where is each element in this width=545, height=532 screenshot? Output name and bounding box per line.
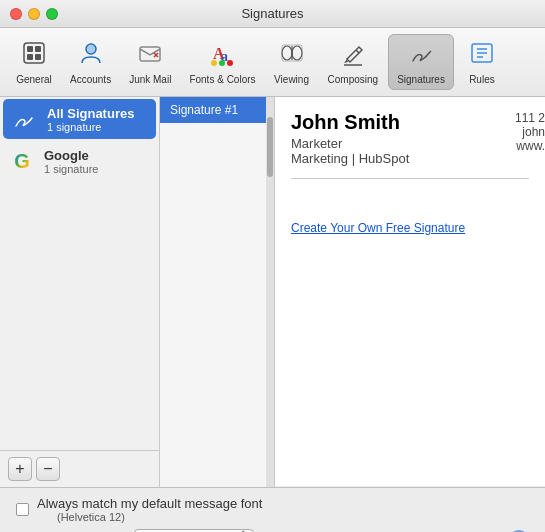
toolbar-general[interactable]: General — [8, 34, 60, 90]
accounts-bottom-bar: + − — [0, 450, 159, 487]
signatures-list: Signature #1 — [160, 97, 274, 487]
svg-point-11 — [219, 60, 225, 66]
close-button[interactable] — [10, 8, 22, 20]
google-account-info: Google 1 signature — [44, 148, 98, 175]
composing-icon — [339, 39, 367, 71]
account-google[interactable]: G Google 1 signature — [0, 141, 159, 181]
accounts-panel: All Signatures 1 signature G Google 1 si… — [0, 97, 160, 487]
toolbar-signatures[interactable]: Signatures — [388, 34, 454, 90]
signature-name: John Smith — [291, 111, 409, 134]
signature-content: John Smith Marketer Marketing | HubSpot — [291, 111, 409, 166]
google-g-letter: G — [14, 150, 30, 173]
signature-contact: 111 2 john www. — [515, 111, 545, 153]
all-signatures-icon — [11, 105, 39, 133]
all-signatures-info: All Signatures 1 signature — [47, 106, 134, 133]
fonts-colors-label: Fonts & Colors — [189, 74, 255, 85]
all-signatures-count: 1 signature — [47, 121, 134, 133]
general-label: General — [16, 74, 52, 85]
composing-label: Composing — [328, 74, 379, 85]
signature-company: Marketing | HubSpot — [291, 151, 409, 166]
remove-signature-button[interactable]: − — [36, 457, 60, 481]
window-title: Signatures — [241, 6, 303, 21]
google-icon: G — [8, 147, 36, 175]
match-font-checkbox[interactable] — [16, 503, 29, 516]
signature-divider — [291, 178, 529, 179]
maximize-button[interactable] — [46, 8, 58, 20]
account-all-signatures[interactable]: All Signatures 1 signature — [3, 99, 156, 139]
signature-title: Marketer — [291, 136, 409, 151]
match-font-sub: (Helvetica 12) — [57, 511, 262, 523]
rules-label: Rules — [469, 74, 495, 85]
google-account-count: 1 signature — [44, 163, 98, 175]
toolbar-accounts[interactable]: Accounts — [62, 34, 119, 90]
svg-point-6 — [87, 45, 95, 53]
svg-rect-4 — [35, 54, 41, 60]
add-signature-button[interactable]: + — [8, 457, 32, 481]
contact-line3: www. — [515, 139, 545, 153]
toolbar-composing[interactable]: Composing — [320, 34, 387, 90]
viewing-label: Viewing — [274, 74, 309, 85]
all-signatures-name: All Signatures — [47, 106, 134, 121]
junk-mail-icon — [136, 39, 164, 71]
svg-point-12 — [227, 60, 233, 66]
signatures-label: Signatures — [397, 74, 445, 85]
signature-item-1[interactable]: Signature #1 — [160, 97, 274, 123]
general-icon — [20, 39, 48, 71]
contact-line2: john — [515, 125, 545, 139]
signature-item-1-label: Signature #1 — [170, 103, 238, 117]
svg-rect-3 — [27, 54, 33, 60]
junk-mail-label: Junk Mail — [129, 74, 171, 85]
minimize-button[interactable] — [28, 8, 40, 20]
rules-icon — [468, 39, 496, 71]
titlebar: Signatures — [0, 0, 545, 28]
bottom-row-1: Always match my default message font (He… — [16, 496, 529, 523]
fonts-colors-icon: A a — [208, 39, 236, 71]
svg-rect-2 — [35, 46, 41, 52]
toolbar-junk-mail[interactable]: Junk Mail — [121, 34, 179, 90]
accounts-icon — [77, 39, 105, 71]
accounts-label: Accounts — [70, 74, 111, 85]
viewing-icon — [278, 39, 306, 71]
svg-rect-1 — [27, 46, 33, 52]
match-font-label-group: Always match my default message font (He… — [37, 496, 262, 523]
signatures-icon — [407, 39, 435, 71]
signatures-panel: Signature #1 — [160, 97, 275, 487]
signature-preview: John Smith Marketer Marketing | HubSpot … — [275, 97, 545, 487]
svg-point-14 — [292, 46, 302, 60]
create-signature-link[interactable]: Create Your Own Free Signature — [291, 221, 465, 235]
contact-line1: 111 2 — [515, 111, 545, 125]
middle-scrollbar[interactable] — [266, 97, 274, 487]
window-controls — [10, 8, 58, 20]
google-account-name: Google — [44, 148, 98, 163]
toolbar: General Accounts Junk Mail A a — [0, 28, 545, 97]
signature-preview-panel: John Smith Marketer Marketing | HubSpot … — [275, 97, 545, 487]
svg-rect-0 — [24, 43, 44, 63]
toolbar-viewing[interactable]: Viewing — [266, 34, 318, 90]
main-content: All Signatures 1 signature G Google 1 si… — [0, 97, 545, 487]
match-font-text: Always match my default message font — [37, 496, 262, 511]
svg-point-10 — [211, 60, 217, 66]
svg-point-13 — [282, 46, 292, 60]
bottom-controls: Always match my default message font (He… — [0, 487, 545, 532]
toolbar-rules[interactable]: Rules — [456, 34, 508, 90]
middle-scrollbar-thumb — [267, 117, 273, 177]
toolbar-fonts-colors[interactable]: A a Fonts & Colors — [181, 34, 263, 90]
match-font-label: Always match my default message font — [37, 496, 262, 511]
